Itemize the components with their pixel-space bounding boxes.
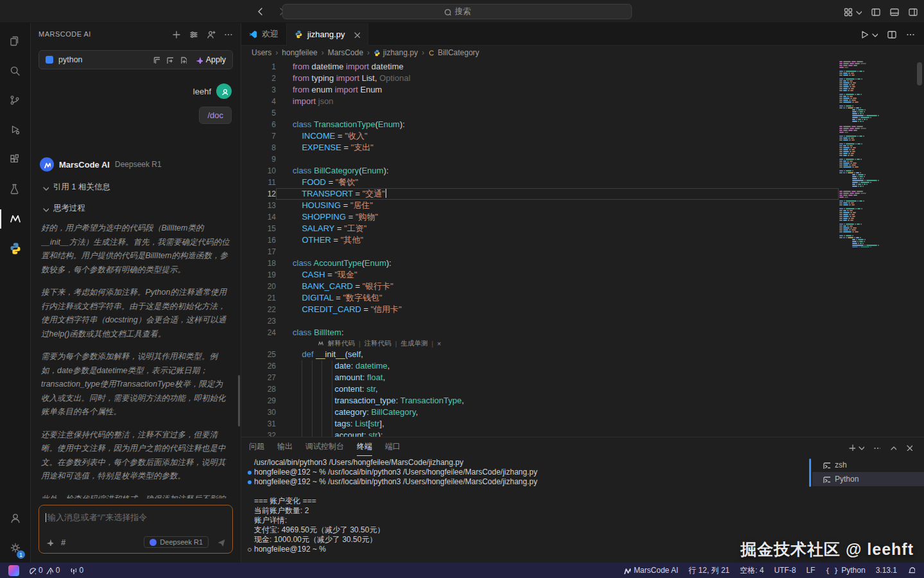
line-number[interactable]: 27 <box>241 372 276 383</box>
new-chat-icon[interactable] <box>171 30 181 39</box>
settings-gear-icon[interactable]: 1 <box>0 533 30 563</box>
maximize-panel-icon[interactable] <box>889 443 896 451</box>
line-number[interactable]: 2 <box>241 73 276 84</box>
terminal-item-zsh[interactable]: zsh <box>812 458 924 472</box>
breadcrumb-hongfeilee[interactable]: hongfeilee <box>282 48 317 57</box>
line-number[interactable]: 8 <box>241 142 276 153</box>
explorer-icon[interactable] <box>0 27 30 57</box>
eol-sequence[interactable]: LF <box>806 566 815 575</box>
line-number[interactable]: 12 <box>241 188 276 200</box>
code-line-20[interactable]: 20 BANK_CARD = "银行卡" <box>241 281 839 292</box>
line-number[interactable]: 14 <box>241 211 276 223</box>
terminal-item-python[interactable]: Python <box>812 472 924 486</box>
notifications-bell-icon[interactable] <box>907 566 915 574</box>
thinking-section-toggle[interactable]: 思考过程 <box>41 203 230 214</box>
tab-close-icon[interactable] <box>352 30 360 38</box>
problems-status[interactable]: 0 0 <box>25 563 63 578</box>
line-number[interactable]: 13 <box>241 200 276 211</box>
code-line-21[interactable]: 21 DIGITAL = "数字钱包" <box>241 292 839 304</box>
python-extension-icon[interactable] <box>0 234 30 263</box>
line-number[interactable]: 18 <box>241 258 276 269</box>
code-line-23[interactable]: 23 <box>241 315 839 327</box>
code-lens-action[interactable]: 注释代码 <box>364 339 391 348</box>
code-lens-action[interactable]: 解释代码 <box>328 339 355 348</box>
line-number[interactable]: 16 <box>241 234 276 246</box>
code-editor[interactable]: 1from datetime import datetime2from typi… <box>241 60 924 437</box>
terminal-output[interactable]: /usr/local/bin/python3 /Users/hongfeilee… <box>241 456 807 563</box>
testing-icon[interactable] <box>0 175 30 204</box>
context-hash-icon[interactable]: # <box>61 538 65 547</box>
new-file-icon[interactable] <box>179 56 187 64</box>
code-line-28[interactable]: 28 content: str, <box>241 383 839 395</box>
indentation[interactable]: 空格: 4 <box>740 565 764 576</box>
encoding[interactable]: UTF-8 <box>774 566 796 575</box>
code-line-11[interactable]: 11 FOOD = "餐饮" <box>241 177 839 188</box>
code-line-1[interactable]: 1from datetime import datetime <box>241 61 839 73</box>
code-line-9[interactable]: 9 <box>241 153 839 165</box>
marscode-status[interactable]: MarsCode AI <box>623 566 678 575</box>
code-line-25[interactable]: 25 def __init__(self, <box>241 349 839 360</box>
run-file-icon[interactable] <box>859 30 878 39</box>
source-control-icon[interactable] <box>0 86 30 116</box>
copy-code-icon[interactable] <box>152 56 160 64</box>
code-line-5[interactable]: 5 <box>241 107 839 119</box>
code-line-6[interactable]: 6class TransactionType(Enum): <box>241 119 839 130</box>
code-reference-chip[interactable]: python Apply <box>38 50 233 69</box>
user-command-chip[interactable]: /doc <box>199 107 232 124</box>
panel-tab-problems[interactable]: 问题 <box>249 437 264 456</box>
model-selector[interactable]: Deepseek R1 <box>144 536 209 548</box>
chat-settings-icon[interactable] <box>189 30 198 39</box>
breadcrumb-symbol[interactable]: BillCategory <box>428 48 479 57</box>
send-icon[interactable] <box>216 538 226 547</box>
line-number[interactable]: 26 <box>241 360 276 372</box>
new-terminal-icon[interactable] <box>848 443 864 451</box>
code-line-4[interactable]: 4import json <box>241 96 839 107</box>
line-number[interactable]: 21 <box>241 292 276 304</box>
line-number[interactable]: 31 <box>241 418 276 430</box>
line-number[interactable]: 10 <box>241 165 276 177</box>
ai-skill-icon[interactable] <box>46 538 53 546</box>
apps-menu-icon[interactable] <box>843 7 862 17</box>
line-number[interactable]: 11 <box>241 177 276 188</box>
code-line-16[interactable]: 16 OTHER = "其他" <box>241 234 839 246</box>
line-number[interactable]: 19 <box>241 269 276 281</box>
line-number[interactable]: 28 <box>241 383 276 395</box>
code-lens-close-icon[interactable]: × <box>437 340 441 347</box>
chat-input[interactable]: 输入消息或者“/”来选择指令 # Deepseek R1 <box>38 505 233 554</box>
code-line-32[interactable]: 32 account: str): <box>241 430 839 437</box>
code-line-10[interactable]: 10class BillCategory(Enum): <box>241 165 839 177</box>
panel-tab-output[interactable]: 输出 <box>277 437 293 456</box>
line-number[interactable]: 29 <box>241 395 276 407</box>
line-number[interactable]: 22 <box>241 304 276 315</box>
line-number[interactable]: 24 <box>241 327 276 338</box>
code-line-15[interactable]: 15 SALARY = "工资" <box>241 223 839 234</box>
line-number[interactable]: 23 <box>241 315 276 327</box>
cursor-position[interactable]: 行 12, 列 21 <box>689 565 730 576</box>
sidebar-scrollbar[interactable] <box>238 375 240 426</box>
code-line-12[interactable]: 12 TRANSPORT = "交通" <box>241 188 839 200</box>
line-number[interactable]: 32 <box>241 430 276 437</box>
toggle-panel-icon[interactable] <box>889 7 899 17</box>
code-line-26[interactable]: 26 date: datetime, <box>241 360 839 372</box>
toggle-sidebar-icon[interactable] <box>871 7 880 17</box>
code-line-24[interactable]: 24class BillItem: <box>241 327 839 338</box>
panel-tab-ports[interactable]: 端口 <box>385 437 400 456</box>
line-number[interactable]: 7 <box>241 130 276 142</box>
line-number[interactable]: 17 <box>241 246 276 258</box>
code-line-30[interactable]: 30 category: BillCategory, <box>241 407 839 418</box>
code-line-8[interactable]: 8 EXPENSE = "支出" <box>241 142 839 153</box>
editor-scrollbar[interactable] <box>915 60 924 437</box>
panel-more-icon[interactable] <box>873 443 880 451</box>
code-line-27[interactable]: 27 amount: float, <box>241 372 839 383</box>
ports-status[interactable]: 0 <box>65 563 87 578</box>
code-line-14[interactable]: 14 SHOPPING = "购物" <box>241 211 839 223</box>
apply-button[interactable]: Apply <box>195 55 226 64</box>
minimap[interactable] <box>839 61 915 247</box>
code-line-7[interactable]: 7 INCOME = "收入" <box>241 130 839 142</box>
code-line-31[interactable]: 31 tags: List[str], <box>241 418 839 430</box>
panel-tab-debug-console[interactable]: 调试控制台 <box>305 437 344 456</box>
editor-more-icon[interactable] <box>905 30 915 39</box>
code-lens-action[interactable]: 生成单测 <box>400 339 427 348</box>
code-line-22[interactable]: 22 CREDIT_CARD = "信用卡" <box>241 304 839 315</box>
back-icon[interactable] <box>255 6 265 16</box>
